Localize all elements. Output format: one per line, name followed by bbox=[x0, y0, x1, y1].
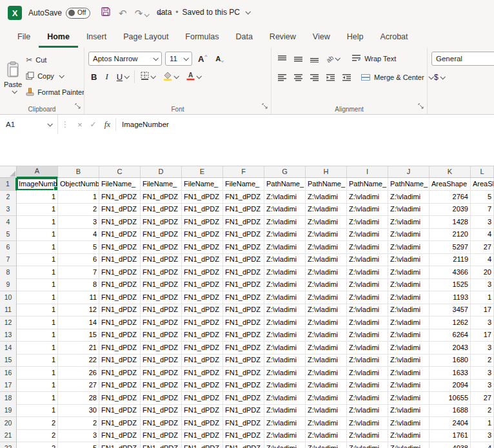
cell-G2[interactable]: Z:\vladimi bbox=[264, 191, 306, 204]
tab-view[interactable]: View bbox=[304, 26, 339, 48]
font-dialog-launcher-icon[interactable] bbox=[262, 100, 268, 112]
cell-E15[interactable]: FN1_dPDZ bbox=[182, 354, 223, 367]
number-format-combobox[interactable]: General bbox=[431, 52, 494, 66]
cell-C22[interactable]: FN1_dPDZ bbox=[99, 442, 141, 448]
cell-I5[interactable]: Z:\vladimi bbox=[347, 228, 388, 241]
cell-B3[interactable]: 2 bbox=[58, 203, 99, 216]
clipboard-dialog-launcher-icon[interactable] bbox=[75, 100, 81, 112]
cell-L14[interactable]: 3 bbox=[471, 342, 494, 355]
cell-D21[interactable]: FN1_dPDZ bbox=[141, 429, 182, 442]
cell-H18[interactable]: Z:\vladimi bbox=[306, 392, 347, 405]
orientation-button[interactable]: ab bbox=[324, 52, 342, 66]
cell-C14[interactable]: FN1_dPDZ bbox=[99, 342, 141, 355]
borders-button[interactable] bbox=[138, 70, 157, 84]
bold-button[interactable]: B bbox=[88, 70, 99, 84]
cell-L1[interactable]: AreaShape bbox=[471, 178, 494, 191]
cell-A20[interactable]: 2 bbox=[17, 417, 58, 430]
cell-K17[interactable]: 2094 bbox=[430, 379, 471, 392]
cut-button[interactable]: ✂ Cut bbox=[26, 53, 84, 67]
cell-G13[interactable]: Z:\vladimi bbox=[264, 329, 306, 342]
cell-A16[interactable]: 1 bbox=[17, 367, 58, 380]
cell-D9[interactable]: FN1_dPDZ bbox=[141, 278, 182, 291]
increase-font-button[interactable]: A^ bbox=[195, 52, 210, 66]
cell-K14[interactable]: 2043 bbox=[430, 342, 471, 355]
tab-file[interactable]: File bbox=[9, 26, 39, 48]
cell-C21[interactable]: FN1_dPDZ bbox=[99, 429, 141, 442]
cell-K15[interactable]: 1680 bbox=[430, 354, 471, 367]
cell-J9[interactable]: Z:\vladimi bbox=[388, 278, 430, 291]
cell-F18[interactable]: FN1_dPDZ bbox=[223, 392, 264, 405]
cell-I10[interactable]: Z:\vladimi bbox=[347, 291, 388, 304]
cell-G19[interactable]: Z:\vladimi bbox=[264, 404, 306, 417]
cell-K8[interactable]: 4366 bbox=[430, 266, 471, 279]
cell-G15[interactable]: Z:\vladimi bbox=[264, 354, 306, 367]
cell-D1[interactable]: FileName_ bbox=[141, 178, 182, 191]
cell-J4[interactable]: Z:\vladimi bbox=[388, 216, 430, 229]
cell-D22[interactable]: FN1_dPDZ bbox=[141, 442, 182, 448]
cell-L11[interactable]: 17 bbox=[471, 304, 494, 317]
cell-J12[interactable]: Z:\vladimi bbox=[388, 317, 430, 329]
cell-L15[interactable]: 2 bbox=[471, 354, 494, 367]
cell-E5[interactable]: FN1_dPDZ bbox=[182, 228, 223, 241]
row-header-13[interactable]: 13 bbox=[0, 329, 17, 342]
cell-H15[interactable]: Z:\vladimi bbox=[306, 354, 347, 367]
row-header-17[interactable]: 17 bbox=[0, 379, 17, 392]
cell-L7[interactable]: 4 bbox=[471, 253, 494, 266]
cell-H21[interactable]: Z:\vladimi bbox=[306, 429, 347, 442]
cell-J10[interactable]: Z:\vladimi bbox=[388, 291, 430, 304]
cell-G9[interactable]: Z:\vladimi bbox=[264, 278, 306, 291]
cell-I1[interactable]: PathName_ bbox=[347, 178, 388, 191]
cell-H16[interactable]: Z:\vladimi bbox=[306, 367, 347, 380]
cell-J16[interactable]: Z:\vladimi bbox=[388, 367, 430, 380]
cell-I19[interactable]: Z:\vladimi bbox=[347, 404, 388, 417]
cell-K7[interactable]: 2119 bbox=[430, 253, 471, 266]
cell-B5[interactable]: 4 bbox=[58, 228, 99, 241]
column-header-J[interactable]: J bbox=[388, 166, 430, 178]
cell-H2[interactable]: Z:\vladimi bbox=[306, 191, 347, 204]
cell-J2[interactable]: Z:\vladimi bbox=[388, 191, 430, 204]
cell-J18[interactable]: Z:\vladimi bbox=[388, 392, 430, 405]
cell-D3[interactable]: FN1_dPDZ bbox=[141, 203, 182, 216]
cell-L5[interactable]: 4 bbox=[471, 228, 494, 241]
row-header-1[interactable]: 1 bbox=[0, 178, 17, 191]
align-center-button[interactable] bbox=[291, 70, 305, 84]
cell-K11[interactable]: 3457 bbox=[430, 304, 471, 317]
column-header-C[interactable]: C bbox=[99, 166, 141, 178]
cell-D20[interactable]: FN1_dPDZ bbox=[141, 417, 182, 430]
row-header-20[interactable]: 20 bbox=[0, 417, 17, 430]
cell-E17[interactable]: FN1_dPDZ bbox=[182, 379, 223, 392]
cell-B10[interactable]: 11 bbox=[58, 291, 99, 304]
cell-L21[interactable]: 3 bbox=[471, 429, 494, 442]
cell-G1[interactable]: PathName_ bbox=[264, 178, 306, 191]
cell-G4[interactable]: Z:\vladimi bbox=[264, 216, 306, 229]
cell-C5[interactable]: FN1_dPDZ bbox=[99, 228, 141, 241]
cell-L8[interactable]: 20 bbox=[471, 266, 494, 279]
cell-I2[interactable]: Z:\vladimi bbox=[347, 191, 388, 204]
cell-D16[interactable]: FN1_dPDZ bbox=[141, 367, 182, 380]
cell-G14[interactable]: Z:\vladimi bbox=[264, 342, 306, 355]
tab-page-layout[interactable]: Page Layout bbox=[115, 26, 177, 48]
cell-K19[interactable]: 1688 bbox=[430, 404, 471, 417]
cell-A5[interactable]: 1 bbox=[17, 228, 58, 241]
cell-A11[interactable]: 1 bbox=[17, 304, 58, 317]
cell-A12[interactable]: 1 bbox=[17, 317, 58, 329]
cell-B22[interactable]: 5 bbox=[58, 442, 99, 448]
cell-E4[interactable]: FN1_dPDZ bbox=[182, 216, 223, 229]
cell-C10[interactable]: FN1_dPDZ bbox=[99, 291, 141, 304]
cell-K1[interactable]: AreaShape bbox=[430, 178, 471, 191]
cell-J13[interactable]: Z:\vladimi bbox=[388, 329, 430, 342]
cell-B16[interactable]: 26 bbox=[58, 367, 99, 380]
cell-H12[interactable]: Z:\vladimi bbox=[306, 317, 347, 329]
cell-C17[interactable]: FN1_dPDZ bbox=[99, 379, 141, 392]
align-middle-button[interactable] bbox=[291, 52, 305, 66]
cell-G5[interactable]: Z:\vladimi bbox=[264, 228, 306, 241]
cell-B2[interactable]: 1 bbox=[58, 191, 99, 204]
cell-L10[interactable]: 1 bbox=[471, 291, 494, 304]
document-title[interactable]: data • Saved to this PC bbox=[157, 8, 250, 17]
cell-F3[interactable]: FN1_dPDZ bbox=[223, 203, 264, 216]
cell-H6[interactable]: Z:\vladimi bbox=[306, 241, 347, 254]
row-header-9[interactable]: 9 bbox=[0, 278, 17, 291]
cell-C19[interactable]: FN1_dPDZ bbox=[99, 404, 141, 417]
cell-B14[interactable]: 21 bbox=[58, 342, 99, 355]
cell-D6[interactable]: FN1_dPDZ bbox=[141, 241, 182, 254]
